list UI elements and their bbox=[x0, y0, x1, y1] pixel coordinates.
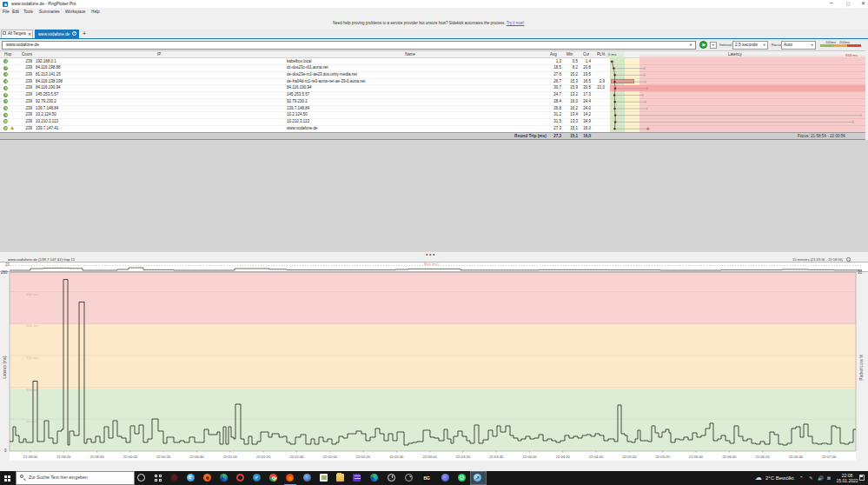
svg-text:22:06:20: 22:06:20 bbox=[755, 455, 770, 459]
svg-text:22:04:40: 22:04:40 bbox=[589, 455, 604, 459]
svg-text:22:02:40: 22:02:40 bbox=[389, 455, 404, 459]
svg-text:22:03:20: 22:03:20 bbox=[456, 455, 471, 459]
svg-text:22:05:20: 22:05:20 bbox=[656, 455, 671, 459]
svg-text:22:05:40: 22:05:40 bbox=[689, 455, 704, 459]
svg-text:22:07:00: 22:07:00 bbox=[822, 455, 837, 459]
svg-text:22:01:40: 22:01:40 bbox=[289, 455, 304, 459]
svg-text:22:02:00: 22:02:00 bbox=[323, 455, 338, 459]
svg-text:22:04:00: 22:04:00 bbox=[522, 455, 537, 459]
svg-text:50 ms: 50 ms bbox=[26, 419, 36, 423]
svg-text:22:00:40: 22:00:40 bbox=[189, 455, 204, 459]
svg-text:22:05:00: 22:05:00 bbox=[622, 455, 637, 459]
svg-text:22:06:40: 22:06:40 bbox=[789, 455, 804, 459]
svg-text:21:59:00: 21:59:00 bbox=[23, 455, 38, 459]
svg-text:21:59:20: 21:59:20 bbox=[56, 455, 71, 459]
svg-text:250 ms: 250 ms bbox=[26, 292, 38, 296]
svg-text:150 ms: 150 ms bbox=[26, 355, 38, 360]
svg-text:22:03:40: 22:03:40 bbox=[489, 455, 504, 459]
svg-text:22:02:20: 22:02:20 bbox=[356, 455, 371, 459]
svg-text:21:59:40: 21:59:40 bbox=[89, 455, 104, 459]
svg-text:22:01:20: 22:01:20 bbox=[256, 455, 271, 459]
svg-text:22:04:20: 22:04:20 bbox=[556, 455, 571, 459]
svg-text:100 ms: 100 ms bbox=[26, 388, 38, 392]
svg-text:22:00:00: 22:00:00 bbox=[123, 455, 138, 459]
svg-text:22:01:00: 22:01:00 bbox=[223, 455, 238, 459]
svg-text:22:06:00: 22:06:00 bbox=[722, 455, 737, 459]
svg-text:22:03:00: 22:03:00 bbox=[422, 455, 437, 459]
svg-text:22:00:20: 22:00:20 bbox=[156, 455, 171, 459]
svg-text:200 ms: 200 ms bbox=[26, 323, 38, 328]
